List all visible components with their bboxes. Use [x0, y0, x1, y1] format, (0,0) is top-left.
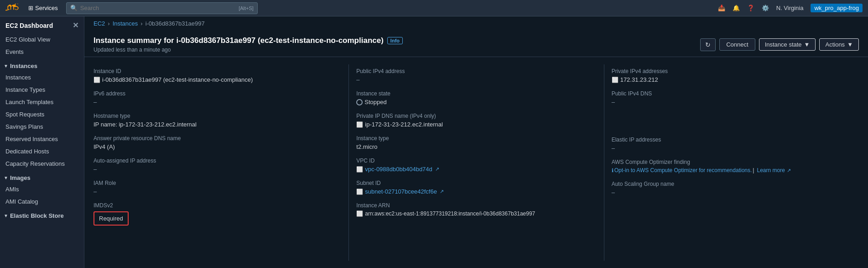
instance-title-text: Instance summary for i-0b36d8367b31ae997…	[94, 36, 384, 45]
settings-icon[interactable]: ⚙️	[762, 5, 769, 11]
stopped-icon	[356, 99, 363, 105]
breadcrumb-ec2[interactable]: EC2	[94, 20, 105, 27]
detail-vpc-id-value: ⬜ vpc-0988db0bb404bd74d ↗	[356, 166, 596, 173]
search-input[interactable]	[80, 5, 236, 11]
detail-hostname-type: Hostname type IP name: ip-172-31-23-212.…	[94, 109, 348, 131]
detail-public-dns: Public IPv4 DNS –	[612, 87, 859, 109]
detail-asg-name: Auto Scaling Group name –	[612, 177, 859, 200]
detail-compute-optimizer: AWS Compute Optimizer finding ℹ Opt-in t…	[612, 155, 859, 177]
detail-instance-type-value: t2.micro	[356, 143, 596, 150]
vpc-id-link[interactable]: vpc-0988db0bb404bd74d	[365, 166, 432, 173]
copy-arn-icon[interactable]: ⬜	[356, 210, 363, 217]
main-content: EC2 › Instances › i-0b36d8367b31ae997 In…	[84, 16, 868, 268]
info-badge[interactable]: Info	[387, 37, 403, 44]
detail-instance-arn-label: Instance ARN	[356, 202, 596, 209]
refresh-button[interactable]: ↻	[700, 38, 716, 51]
detail-instance-state-value: Stopped	[356, 99, 596, 105]
aws-logo[interactable]	[5, 4, 20, 13]
sidebar-section-ebs[interactable]: ▼ Elastic Block Store	[0, 208, 84, 221]
detail-subnet-id-value: ⬜ subnet-027107bcee42fcf6e ↗	[356, 188, 596, 195]
help-icon[interactable]: ❓	[747, 5, 754, 11]
sidebar-item-reserved-instances[interactable]: Reserved Instances	[0, 133, 84, 145]
search-bar[interactable]: 🔍 [Alt+S]	[66, 2, 258, 14]
sidebar-section-instances[interactable]: ▼ Instances	[0, 58, 84, 71]
detail-iam-role-value: –	[94, 188, 341, 195]
sidebar-title[interactable]: EC2 Dashboard	[5, 22, 53, 29]
detail-auto-ip-label: Auto-assigned IP address	[94, 158, 341, 164]
breadcrumb-sep-2: ›	[140, 20, 142, 27]
sidebar-item-global-view[interactable]: EC2 Global View	[0, 33, 84, 46]
opt-in-link[interactable]: Opt-in to AWS Compute Optimizer for reco…	[614, 167, 752, 173]
detail-answer-dns-label: Answer private resource DNS name	[94, 135, 341, 142]
main-layout: EC2 Dashboard ✕ EC2 Global View Events ▼…	[0, 16, 868, 268]
sidebar-item-savings-plans[interactable]: Savings Plans	[0, 121, 84, 133]
sidebar-item-ami-catalog[interactable]: AMI Catalog	[0, 195, 84, 208]
detail-imdsv2-label: IMDSv2	[94, 202, 341, 209]
learn-more-external-icon[interactable]: ↗	[787, 168, 791, 173]
subnet-id-link[interactable]: subnet-027107bcee42fcf6e	[365, 188, 437, 195]
detail-hostname-type-label: Hostname type	[94, 113, 341, 119]
detail-private-ipv4: Private IPv4 addresses ⬜ 172.31.23.212	[612, 64, 859, 87]
detail-elastic-ip-value: –	[612, 145, 852, 152]
breadcrumb-sep-1: ›	[108, 20, 109, 27]
stopped-badge: Stopped	[356, 99, 386, 105]
user-menu[interactable]: wk_pro_app-frog	[811, 4, 863, 12]
detail-imdsv2-value: Required	[94, 210, 341, 226]
detail-instance-arn: Instance ARN ⬜ arn:aws:ec2:us-east-1:891…	[356, 199, 603, 221]
instances-arrow-icon: ▼	[4, 63, 8, 68]
sidebar-item-spot-requests[interactable]: Spot Requests	[0, 108, 84, 121]
detail-ipv6-value: –	[94, 99, 341, 105]
detail-private-ipv4-value: ⬜ 172.31.23.212	[612, 76, 852, 83]
detail-iam-role-label: IAM Role	[94, 180, 341, 186]
detail-private-dns-label: Private IP DNS name (IPv4 only)	[356, 113, 596, 119]
instance-title-group: Instance summary for i-0b36d8367b31ae997…	[94, 36, 403, 53]
notifications-icon[interactable]: 📥	[718, 5, 725, 11]
copy-private-dns-icon[interactable]: ⬜	[356, 121, 363, 128]
copy-subnet-icon[interactable]: ⬜	[356, 189, 363, 195]
detail-answer-dns-value: IPv4 (A)	[94, 143, 341, 150]
detail-instance-type-label: Instance type	[356, 135, 596, 142]
detail-instance-state-label: Instance state	[356, 90, 596, 97]
sidebar-item-launch-templates[interactable]: Launch Templates	[0, 96, 84, 108]
sidebar-section-images[interactable]: ▼ Images	[0, 170, 84, 183]
sidebar-item-capacity-reservations[interactable]: Capacity Reservations	[0, 158, 84, 170]
sidebar-item-instance-types[interactable]: Instance Types	[0, 84, 84, 96]
instance-state-button[interactable]: Instance state ▼	[759, 38, 816, 51]
sidebar-item-amis[interactable]: AMIs	[0, 183, 84, 195]
actions-button[interactable]: Actions ▼	[819, 38, 859, 51]
sidebar-item-events[interactable]: Events	[0, 46, 84, 58]
detail-instance-id-label: Instance ID	[94, 68, 341, 74]
details-grid: Instance ID ⬜ i-0b36d8367b31ae997 (ec2-t…	[84, 57, 868, 268]
detail-subnet-id: Subnet ID ⬜ subnet-027107bcee42fcf6e ↗	[356, 176, 603, 199]
compute-optimizer-info-icon: ℹ	[612, 168, 613, 173]
breadcrumb-instances[interactable]: Instances	[113, 20, 138, 27]
actions-label: Actions	[825, 41, 845, 48]
detail-public-dns-label: Public IPv4 DNS	[612, 90, 852, 97]
learn-more-link[interactable]: Learn more	[757, 167, 785, 173]
detail-private-dns-value: ⬜ ip-172-31-23-212.ec2.internal	[356, 121, 596, 128]
sidebar-item-instances[interactable]: Instances	[0, 71, 84, 84]
sidebar-item-dedicated-hosts[interactable]: Dedicated Hosts	[0, 145, 84, 158]
nav-right: 📥 🔔 ❓ ⚙️ N. Virginia wk_pro_app-frog	[718, 4, 863, 12]
search-icon: 🔍	[70, 5, 78, 11]
services-button[interactable]: ⊞ Services	[26, 4, 61, 12]
copy-vpc-icon[interactable]: ⬜	[356, 166, 363, 173]
instance-state-dropdown-icon: ▼	[804, 41, 810, 48]
sidebar: EC2 Dashboard ✕ EC2 Global View Events ▼…	[0, 16, 84, 268]
sidebar-close-button[interactable]: ✕	[73, 21, 78, 30]
copy-private-ipv4-icon[interactable]: ⬜	[612, 77, 619, 83]
detail-answer-dns: Answer private resource DNS name IPv4 (A…	[94, 131, 348, 154]
detail-instance-state: Instance state Stopped	[356, 87, 603, 109]
detail-vpc-id-label: VPC ID	[356, 158, 596, 164]
vpc-external-icon[interactable]: ↗	[435, 166, 439, 172]
subnet-external-icon[interactable]: ↗	[440, 189, 444, 194]
connect-button[interactable]: Connect	[719, 38, 755, 51]
copy-instance-id-icon[interactable]: ⬜	[94, 77, 100, 83]
region-selector[interactable]: N. Virginia	[776, 5, 804, 11]
detail-elastic-ip-label: Elastic IP addresses	[612, 137, 852, 143]
detail-ipv6-label: IPv6 address	[94, 90, 341, 97]
detail-instance-id: Instance ID ⬜ i-0b36d8367b31ae997 (ec2-t…	[94, 64, 348, 87]
detail-ipv6: IPv6 address –	[94, 87, 348, 109]
bell-icon[interactable]: 🔔	[733, 5, 740, 11]
detail-public-ipv4-value: –	[356, 76, 596, 83]
